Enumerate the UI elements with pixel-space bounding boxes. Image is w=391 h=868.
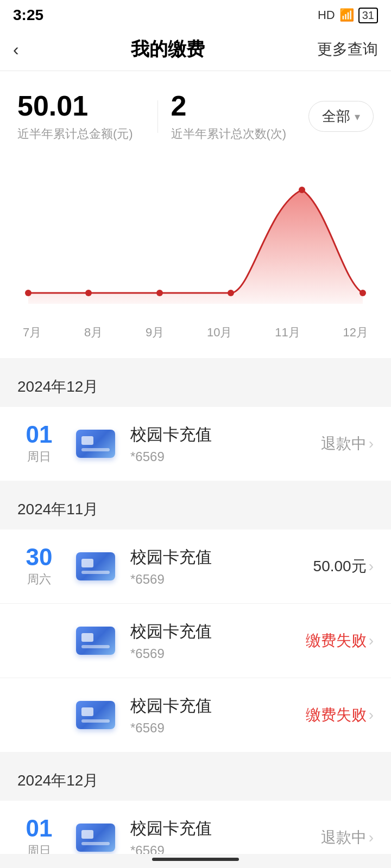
tx-date: 00 — [17, 628, 61, 654]
transaction-item[interactable]: 01 周日 校园卡充值 *6569 退款中 › — [0, 407, 391, 481]
campus-card-icon — [76, 824, 115, 852]
tx-status-refunding: 退款中 — [321, 433, 367, 454]
chart-svg — [17, 168, 374, 320]
tx-date: 01 周日 — [17, 423, 61, 465]
tx-name: 校园卡充值 — [130, 424, 321, 446]
tx-weekday: 周六 — [17, 571, 61, 588]
summary-divider — [157, 100, 158, 133]
total-amount-label: 近半年累计总金额(元) — [17, 126, 144, 142]
chart-label-10: 10月 — [207, 324, 232, 341]
transactions-nov: 30 周六 校园卡充值 *6569 50.00元 › 00 校园卡充值 *656… — [0, 529, 391, 752]
chevron-right-icon: › — [369, 435, 374, 452]
tx-info: 校园卡充值 *6569 — [130, 424, 321, 464]
chart-dot-10 — [228, 290, 234, 296]
chart-dot-12 — [360, 290, 366, 296]
signal-icon: HD — [318, 8, 335, 22]
tx-status-text: 退款中 — [321, 433, 367, 454]
tx-date: 00 — [17, 702, 61, 728]
chart-label-12: 12月 — [343, 324, 368, 341]
tx-status-text: 缴费失败 — [306, 630, 367, 651]
tx-status-refunding: 退款中 — [321, 827, 367, 848]
tx-status-amount: 50.00元 — [313, 556, 367, 577]
tx-status-failed: 缴费失败 — [306, 705, 367, 725]
chart-section: 7月 8月 9月 10月 11月 12月 — [0, 157, 391, 358]
chart-label-7: 7月 — [23, 324, 41, 341]
campus-card-icon — [76, 430, 115, 458]
tx-day: 01 — [17, 816, 61, 840]
tx-day: 00 — [17, 702, 61, 726]
chart-labels: 7月 8月 9月 10月 11月 12月 — [17, 324, 374, 341]
more-query-button[interactable]: 更多查询 — [317, 39, 378, 60]
chevron-down-icon: ▾ — [355, 110, 360, 123]
total-count-item: 2 近半年累计总次数(次) — [171, 91, 298, 142]
chevron-right-icon: › — [369, 632, 374, 649]
tx-status-text: 退款中 — [321, 827, 367, 848]
chart-dot-9 — [156, 290, 163, 296]
chart-dot-11 — [299, 187, 305, 193]
chart-label-8: 8月 — [84, 324, 103, 341]
tx-date: 30 周六 — [17, 545, 61, 588]
tx-day: 30 — [17, 545, 61, 569]
tx-status-text: 50.00元 — [313, 556, 367, 577]
chart-dot-7 — [25, 290, 31, 296]
tx-name: 校园卡充值 — [130, 695, 306, 717]
filter-label: 全部 — [322, 107, 350, 126]
tx-info: 校园卡充值 *6569 — [130, 818, 321, 858]
tx-name: 校园卡充值 — [130, 621, 306, 643]
campus-card-icon — [76, 627, 115, 655]
campus-card-icon — [76, 701, 115, 729]
total-amount-item: 50.01 近半年累计总金额(元) — [17, 91, 144, 142]
chart-label-9: 9月 — [146, 324, 164, 341]
status-bar: 3:25 HD 📶 31 — [0, 0, 391, 28]
total-count-label: 近半年累计总次数(次) — [171, 126, 298, 142]
tx-card: *6569 — [130, 646, 306, 661]
back-button[interactable]: ‹ — [13, 40, 19, 60]
chevron-right-icon: › — [369, 558, 374, 575]
tx-status-text: 缴费失败 — [306, 705, 367, 725]
tx-card: *6569 — [130, 449, 321, 464]
nav-bar: ‹ 我的缴费 更多查询 — [0, 28, 391, 71]
month-header-nov: 2024年11月 — [0, 489, 391, 529]
chevron-right-icon: › — [369, 829, 374, 846]
tx-day: 01 — [17, 423, 61, 446]
total-amount-value: 50.01 — [17, 91, 144, 122]
tx-card: *6569 — [130, 720, 306, 736]
status-icons: HD 📶 31 — [318, 8, 378, 23]
tx-icon-wrap — [74, 422, 117, 465]
tx-weekday: 周日 — [17, 449, 61, 465]
tx-info: 校园卡充值 *6569 — [130, 621, 306, 661]
summary-section: 50.01 近半年累计总金额(元) 2 近半年累计总次数(次) 全部 ▾ — [0, 71, 391, 157]
chart-label-11: 11月 — [275, 324, 300, 341]
tx-date: 01 周日 — [17, 816, 61, 859]
tx-card: *6569 — [130, 572, 313, 587]
transactions-dec1: 01 周日 校园卡充值 *6569 退款中 › — [0, 407, 391, 481]
section-gap-3 — [0, 752, 391, 761]
campus-card-icon — [76, 552, 115, 580]
tx-info: 校园卡充值 *6569 — [130, 546, 313, 587]
chart-dot-8 — [85, 290, 92, 296]
total-count-value: 2 — [171, 91, 298, 122]
filter-button[interactable]: 全部 ▾ — [308, 101, 374, 132]
tx-day: 00 — [17, 628, 61, 652]
status-time: 3:25 — [13, 7, 43, 24]
month-header-dec2: 2024年12月 — [0, 761, 391, 801]
page-title: 我的缴费 — [131, 37, 205, 62]
section-gap-2 — [0, 481, 391, 489]
tx-icon-wrap — [74, 816, 117, 859]
chart-container — [17, 168, 374, 320]
tx-name: 校园卡充值 — [130, 546, 313, 569]
transaction-item[interactable]: 00 校园卡充值 *6569 缴费失败 › — [0, 604, 391, 678]
tx-icon-wrap — [74, 545, 117, 588]
tx-status-failed: 缴费失败 — [306, 630, 367, 651]
tx-icon-wrap — [74, 693, 117, 737]
tx-name: 校园卡充值 — [130, 818, 321, 840]
transaction-item[interactable]: 00 校园卡充值 *6569 缴费失败 › — [0, 678, 391, 752]
tx-info: 校园卡充值 *6569 — [130, 695, 306, 736]
chevron-right-icon: › — [369, 706, 374, 724]
month-header-dec1: 2024年12月 — [0, 367, 391, 407]
transaction-item[interactable]: 30 周六 校园卡充值 *6569 50.00元 › — [0, 529, 391, 604]
wifi-icon: 📶 — [339, 8, 354, 22]
battery-icon: 31 — [358, 8, 378, 23]
bottom-bar — [0, 854, 391, 868]
tx-icon-wrap — [74, 619, 117, 662]
